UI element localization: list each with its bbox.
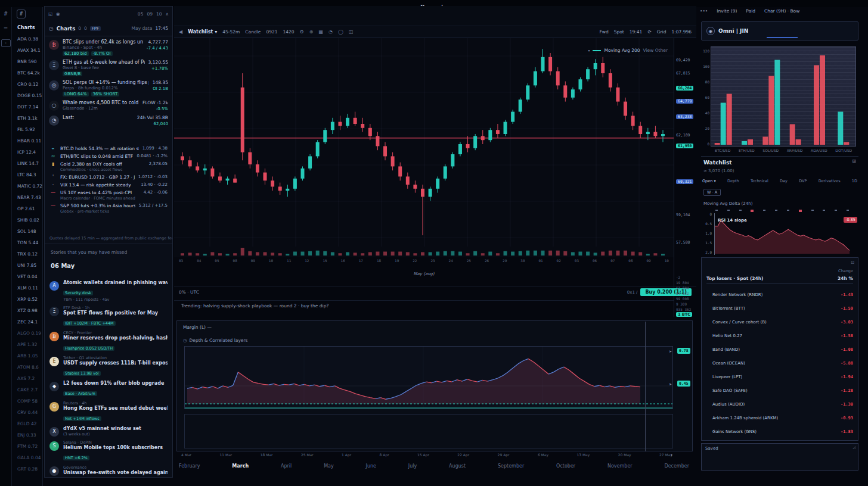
- plus-icon[interactable]: ⊕: [309, 29, 314, 35]
- mover-row[interactable]: —S&P 500 futs +0.3% in Asia hoursGlobex …: [45, 202, 172, 215]
- story-item[interactable]: AAtomic wallets drained in phishing wave…: [49, 278, 168, 304]
- watch-tab[interactable]: Depth: [727, 179, 739, 183]
- month-item[interactable]: May: [324, 463, 334, 469]
- table-row[interactable]: Ocean (OCEAN)-5.88: [706, 356, 853, 370]
- mover-row[interactable]: ≈ETH/BTC slips to 0.048 amid ETF chop0.0…: [45, 152, 172, 160]
- symbol-selector[interactable]: Watchlist ▾: [188, 29, 217, 35]
- ticker-item[interactable]: VET 0.04: [12, 271, 42, 282]
- story-tag[interactable]: HNT +6.2%: [63, 456, 89, 460]
- resize-handle-icon[interactable]: ◿: [852, 445, 855, 449]
- ticker-item[interactable]: CRO 0.12: [12, 79, 42, 90]
- story-item[interactable]: ΞETF Desk · 1hSpot ETF flows flip positi…: [49, 304, 168, 329]
- ticker-item[interactable]: XRP 0.52: [12, 294, 42, 305]
- ticker-item[interactable]: TON 5.44: [12, 237, 42, 248]
- ticker-item[interactable]: APE 1.32: [12, 339, 42, 350]
- ticker-item[interactable]: NEAR 7.43: [12, 192, 42, 203]
- market-row[interactable]: ₿BTC slips under 62.4k as longs unwindBi…: [45, 38, 172, 58]
- trending-badge[interactable]: 1 BTC: [676, 312, 692, 317]
- table-row[interactable]: Safe DAO (SAFE)-1.28: [706, 384, 853, 397]
- legend-extra[interactable]: View Other: [643, 48, 668, 53]
- table-row[interactable]: Arkham 1.24B spheroid (ARKM)-0.93: [706, 411, 853, 425]
- ticker-item[interactable]: ETH 3.1k: [12, 113, 42, 124]
- watch-tab[interactable]: Technical: [751, 179, 768, 183]
- market-row[interactable]: ◔Last:24h Vol 35.8B62,040: [45, 113, 172, 128]
- watch-tab[interactable]: DVP: [799, 179, 807, 183]
- ticker-item[interactable]: COMP 58: [12, 395, 42, 407]
- month-item[interactable]: October: [556, 463, 575, 469]
- ticker-item[interactable]: LINK 14.7: [12, 158, 42, 169]
- grid-icon[interactable]: ◱: [48, 11, 52, 17]
- tag-badge[interactable]: 36% SHORT: [91, 92, 120, 96]
- layout-icon[interactable]: ◫: [349, 29, 354, 35]
- ticker-item[interactable]: SHIB 0.02: [12, 214, 42, 226]
- ticker-item[interactable]: CAKE 2.7: [12, 384, 42, 395]
- ticker-item[interactable]: Charts: [12, 22, 42, 33]
- story-tag[interactable]: Net +14M inflows: [63, 416, 101, 421]
- story-tag[interactable]: Security desk: [63, 291, 93, 295]
- table-col-left[interactable]: Top losers · Spot (24h): [706, 276, 764, 281]
- ticker-item[interactable]: XLM 0.11: [12, 282, 42, 294]
- month-item[interactable]: April: [281, 463, 292, 469]
- ticker-item[interactable]: GALA 0.04: [12, 452, 42, 463]
- market-row[interactable]: ○Whale moves 4,500 BTC to cold storage; …: [45, 98, 172, 113]
- apps-icon[interactable]: #: [1, 11, 11, 19]
- table-row[interactable]: Convex / Curve cohort (B)-3.03: [706, 315, 853, 329]
- ticker-item[interactable]: BNB 590: [12, 56, 42, 67]
- range-button[interactable]: W · A: [703, 189, 721, 196]
- trending-row[interactable]: Trending: halving supply-shock playbook …: [174, 300, 674, 311]
- depth-area-chart[interactable]: [184, 346, 673, 409]
- filter-badge[interactable]: FPF: [90, 26, 101, 31]
- market-row[interactable]: ΞETH gas at 6-week low ahead of Pectra w…: [45, 58, 172, 78]
- table-row[interactable]: Gains Network (GNS)-1.83: [706, 425, 853, 438]
- tag-badge[interactable]: LONG 64%: [63, 92, 89, 96]
- ticker-item[interactable]: OP 2.61: [12, 203, 42, 214]
- ticker-item[interactable]: GRT 0.28: [12, 463, 42, 475]
- watch-tab[interactable]: 1D: [852, 179, 857, 183]
- mover-row[interactable]: ·VIX 13.4 — risk appetite steady13.40 · …: [45, 181, 172, 189]
- ticker-item[interactable]: LTC 84.3: [12, 169, 42, 180]
- table-col-right[interactable]: 24h %: [838, 276, 853, 281]
- mover-row[interactable]: —US 10Y eases to 4.42% post-CPIMacro cal…: [45, 189, 172, 202]
- play-icon[interactable]: ⏵: [671, 453, 672, 457]
- month-item[interactable]: July: [408, 463, 417, 469]
- collapse-panel-icon[interactable]: ◀: [179, 29, 182, 35]
- toolbar-right-item[interactable]: Fwd: [600, 29, 609, 35]
- circle-icon[interactable]: ◯: [338, 29, 343, 35]
- ticker-item[interactable]: ARB 1.05: [12, 350, 42, 362]
- month-item[interactable]: March: [232, 463, 249, 469]
- panel-link[interactable]: Char (9H) · Bow: [764, 8, 799, 14]
- mover-row[interactable]: ⌁BTC.D holds 54.3% — alt rotation stalls…: [45, 145, 172, 152]
- history-icon[interactable]: ◷: [49, 26, 54, 32]
- toolbar-item[interactable]: 45-52m: [222, 29, 240, 35]
- tag-badge[interactable]: 62,180 bid: [63, 51, 89, 56]
- story-tag[interactable]: IBIT +102M · FBTC +44M: [63, 321, 116, 326]
- tag-badge[interactable]: GBNB/B: [63, 71, 82, 76]
- user-icon[interactable]: ◉: [56, 11, 60, 17]
- ticker-item[interactable]: CRV 0.44: [12, 407, 42, 418]
- ticker-item[interactable]: UNI 7.85: [12, 260, 42, 271]
- ticker-item[interactable]: FTM 0.72: [12, 441, 42, 452]
- ticker-item[interactable]: ZEC 24.1: [12, 316, 42, 328]
- volume-bar-chart[interactable]: [711, 46, 856, 147]
- toolbar-item[interactable]: 1420: [283, 29, 294, 35]
- story-tag[interactable]: Hashprice 0.052 USD/TH: [63, 346, 114, 351]
- month-item[interactable]: February: [179, 463, 200, 469]
- story-item[interactable]: ₿CECY · FrontierMiner reserves drop post…: [49, 329, 168, 354]
- mover-row[interactable]: 'FX: EURUSD 1.0712 · GBP 1.27 · JPY 1551…: [45, 173, 172, 181]
- month-item[interactable]: June: [366, 463, 376, 469]
- panel-link[interactable]: Paid: [746, 8, 755, 14]
- story-item[interactable]: ETether · Q1 attestationUSDT supply cros…: [49, 354, 168, 379]
- ticker-item[interactable]: ENJ 0.33: [12, 429, 42, 441]
- ticker-item[interactable]: XTZ 0.98: [12, 305, 42, 316]
- toolbar-right-item[interactable]: 1:07.996: [671, 29, 692, 35]
- expand-icon[interactable]: ⊞: [852, 158, 856, 164]
- toolbar-right-item[interactable]: ⟳: [647, 29, 651, 35]
- month-item[interactable]: September: [498, 463, 524, 469]
- ticker-item[interactable]: ALGO 0.19: [12, 328, 42, 339]
- ticker-item[interactable]: DOGE 0.15: [12, 90, 42, 101]
- gear-icon[interactable]: ⚙: [300, 29, 304, 35]
- ticker-item[interactable]: ADA 0.38: [12, 33, 42, 45]
- toolbar-item[interactable]: Candle: [245, 29, 261, 35]
- tag-badge[interactable]: -8.7% OI: [91, 51, 113, 56]
- story-item[interactable]: SSolana · DePINHelium Mobile tops 100k s…: [49, 438, 168, 463]
